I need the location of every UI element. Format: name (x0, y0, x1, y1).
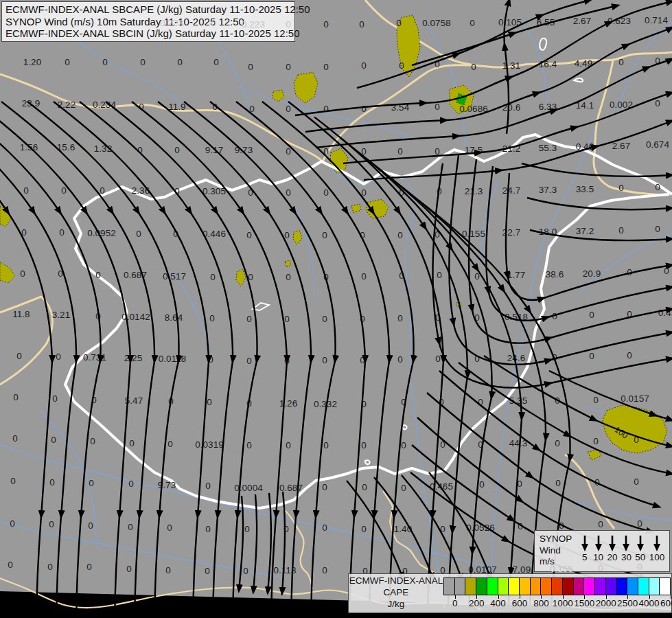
synop-legend-labels: SYNOP Wind m/s (535, 531, 578, 571)
wind-streamline (504, 0, 509, 134)
synop-wind-legend: SYNOP Wind m/s 510203050100 (534, 530, 670, 572)
cape-tick-label: 2000 (596, 598, 616, 608)
cape-colour-cell (583, 577, 595, 595)
cape-colour-cell (454, 577, 466, 595)
cape-tick-label: 800 (533, 598, 549, 608)
cape-tick-label: 2500 (617, 598, 638, 608)
cape-tick-label: 1500 (574, 598, 594, 608)
wind-streamline (449, 155, 672, 365)
cape-colour-cell (562, 577, 574, 595)
cape-colour-cell (616, 577, 628, 595)
down-arrow-icon (652, 534, 662, 552)
map-title-box: ECMWF-INDEX-ANAL SBCAPE (J/kg) Saturday … (1, 1, 295, 42)
title-sbcin: ECMWF-INDEX-ANAL SBCIN (J/kg) Saturday 1… (5, 27, 291, 40)
wind-streamline (158, 102, 311, 618)
wind-streamline (374, 477, 433, 579)
cape-legend-labels: ECMWF-INDEX-ANAL CAPE J/kg (349, 575, 443, 610)
synop-speed-column: 100 (649, 534, 665, 562)
wind-streamline (295, 1, 672, 115)
down-arrow-icon (621, 534, 631, 552)
cape-colour-cell (659, 577, 671, 595)
synop-arrow-scale: 510203050100 (578, 531, 669, 571)
synop-speed-label: 100 (649, 552, 665, 562)
cape-colour-cell (487, 577, 498, 595)
cape-tick-label: 600 (512, 598, 528, 608)
wind-streamline (239, 496, 243, 591)
cape-colour-cell (508, 577, 520, 595)
wind-streamline (530, 230, 672, 240)
cape-colour-cell (627, 577, 638, 595)
wind-streamline (527, 198, 672, 209)
cape-colour-cell (476, 577, 487, 595)
down-arrow-icon (580, 534, 590, 552)
cape-colour-cell (638, 577, 649, 595)
wind-streamline (486, 166, 672, 321)
wind-streamline (282, 492, 285, 593)
wind-streamline (0, 102, 130, 618)
wind-streamline (316, 59, 672, 148)
wind-streamline (439, 371, 659, 507)
cape-tick-label: 0 (452, 598, 458, 608)
cape-tick-label: 4000 (639, 598, 660, 608)
wind-streamline (305, 27, 672, 132)
wind-streamline (364, 121, 672, 180)
wind-streamline (0, 102, 76, 618)
down-arrow-icon (636, 534, 645, 552)
wind-streamline (1, 102, 154, 618)
wind-streamline (0, 102, 101, 618)
cape-tick-label: 400 (490, 598, 506, 608)
cape-legend-title: ECMWF-INDEX-ANAL (349, 575, 443, 586)
synop-speed-column: 20 (607, 534, 618, 562)
cape-colour-legend: ECMWF-INDEX-ANAL CAPE J/kg 0200400600800… (348, 573, 672, 613)
wind-streamline (427, 393, 652, 532)
down-arrow-icon (607, 534, 617, 552)
wind-streamline (27, 102, 179, 618)
cape-legend-units: J/kg (349, 598, 443, 610)
streamlines-layer (0, 0, 672, 618)
cape-tick-label: 200 (469, 598, 485, 608)
wind-streamline (469, 159, 672, 343)
title-sbcape: ECMWF-INDEX-ANAL SBCAPE (J/kg) Saturday … (5, 3, 291, 16)
synop-legend-subtitle: Wind (540, 545, 578, 557)
cape-legend-subtitle: CAPE (349, 586, 443, 598)
cape-colour-cell (443, 577, 455, 595)
cape-colour-cell (573, 577, 585, 595)
wind-streamline (106, 102, 257, 618)
synop-speed-column: 30 (621, 534, 632, 562)
cape-colour-cell (498, 577, 509, 595)
cape-colour-strip (444, 577, 671, 595)
weather-map-screen: 0000.075800.1056.552.670.6230.7141.20000… (0, 0, 672, 618)
cape-colour-cell (519, 577, 531, 595)
title-wind: SYNOP Wind (m/s) 10m Saturday 11-10-2025… (5, 16, 291, 28)
cape-tick-label: 6000 (660, 598, 672, 608)
cape-colour-cell (465, 577, 476, 595)
synop-legend-title: SYNOP (540, 534, 578, 545)
wind-streamline (184, 102, 336, 618)
synop-speed-label: 10 (593, 552, 603, 562)
cape-colour-cell (551, 577, 563, 595)
cape-colour-cell (540, 577, 552, 595)
down-arrow-icon (594, 534, 603, 552)
synop-speed-label: 30 (621, 552, 632, 562)
cape-colour-cell (594, 577, 606, 595)
wind-streamline (357, 0, 590, 88)
wind-streamline (253, 494, 257, 592)
wind-streamline (80, 102, 233, 618)
cape-colour-cell (530, 577, 542, 595)
cape-colour-cell (649, 577, 660, 595)
wind-streamline (506, 173, 672, 300)
synop-speed-column: 5 (580, 534, 590, 562)
synop-legend-units: m/s (540, 556, 578, 568)
synop-speed-label: 5 (582, 552, 588, 562)
synop-speed-column: 10 (593, 534, 603, 562)
wind-streamline (522, 163, 672, 176)
wind-streamline (268, 493, 271, 593)
synop-speed-column: 50 (635, 534, 645, 562)
synop-speed-label: 20 (607, 552, 618, 562)
wind-streamline (314, 117, 467, 618)
cape-tick-label: 1000 (553, 598, 573, 608)
synop-speed-label: 50 (635, 552, 645, 562)
cape-colour-cell (605, 577, 617, 595)
